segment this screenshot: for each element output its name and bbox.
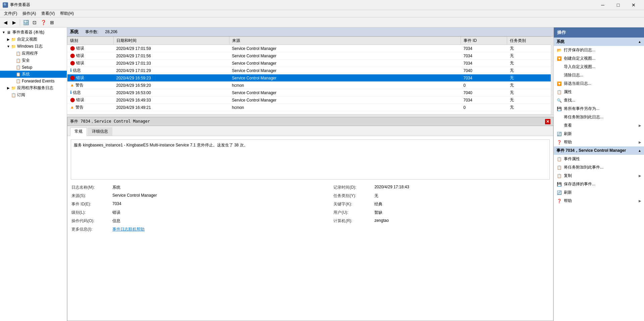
event-detail-close[interactable]: ✕: [545, 119, 550, 124]
table-row[interactable]: ℹ 信息 2020/4/29 17:01:29 Service Control …: [67, 67, 553, 74]
table-row[interactable]: ⬤ 错误 2020/4/29 16:59:23 Service Control …: [67, 74, 553, 82]
toggle-app-service[interactable]: ▶: [6, 86, 11, 90]
action-label-help-event: 帮助: [564, 198, 572, 204]
meta-value-opcode: 信息: [112, 217, 333, 225]
cell-datetime: 2020/4/29 17:01:56: [114, 52, 229, 60]
action-filter-log[interactable]: 🔽 筛选当前日志...: [554, 79, 644, 88]
actions-section-event[interactable]: 事件 7034，Service Control Manager ▲: [554, 146, 644, 155]
action-refresh-system[interactable]: 🔄 刷新: [554, 130, 644, 138]
toolbar-forward[interactable]: ▶: [10, 18, 18, 26]
action-find[interactable]: 🔍 查找...: [554, 96, 644, 105]
toolbar-btn2[interactable]: ⊡: [31, 18, 39, 26]
meta-value-keyword: 经典: [374, 200, 549, 208]
menu-action[interactable]: 操作(A): [20, 10, 39, 17]
sidebar-item-custom[interactable]: ▶ 📁 自定义视图: [0, 36, 67, 43]
sidebar-item-forwarded[interactable]: 📋 Forwarded Events: [0, 78, 67, 84]
action-label-save-all: 将所有事件另存为...: [564, 106, 599, 112]
sidebar-item-local[interactable]: ▼ 🖥 事件查看器 (本地): [0, 29, 67, 36]
maximize-button[interactable]: □: [610, 0, 626, 10]
icon-find: 🔍: [556, 98, 562, 103]
toggle-local[interactable]: ▼: [1, 30, 6, 35]
meta-label-user: 用户(U):: [333, 209, 374, 216]
col-header-task[interactable]: 任务类别: [507, 37, 553, 45]
table-row[interactable]: ⬤ 错误 2020/4/29 17:01:56 Service Control …: [67, 52, 553, 60]
icon-view: [556, 123, 562, 128]
close-button[interactable]: ✕: [626, 0, 641, 10]
col-header-eventid[interactable]: 事件 ID: [461, 37, 507, 45]
menu-help[interactable]: 帮助(H): [57, 10, 76, 17]
event-meta-table: 日志名称(M): 系统 记录时间(D): 2020/4/29 17:18:43 …: [71, 183, 550, 234]
sidebar-item-app-log[interactable]: 📋 应用程序: [0, 50, 67, 57]
action-properties[interactable]: 📋 属性: [554, 88, 644, 96]
h-scrollbar[interactable]: [67, 114, 553, 117]
toggle-custom[interactable]: ▶: [6, 37, 11, 42]
table-row[interactable]: ℹ 信息 2020/4/29 16:53:00 Service Control …: [67, 89, 553, 97]
sidebar-item-app-service[interactable]: ▶ 📁 应用程序和服务日志: [0, 84, 67, 91]
content-area: ▼ 🖥 事件查看器 (本地) ▶ 📁 自定义视图 ▼ 📁 Windows 日志 …: [0, 27, 644, 321]
table-row[interactable]: ▲ 警告 2020/4/29 16:49:21 hcmon 0 无: [67, 104, 553, 111]
table-row[interactable]: ⬤ 错误 2020/4/29 16:49:33 Service Control …: [67, 97, 553, 104]
arrow-help-event: ▶: [639, 199, 641, 203]
action-help-event[interactable]: ❓ 帮助 ▶: [554, 197, 644, 205]
action-save-all[interactable]: 💾 将所有事件另存为...: [554, 105, 644, 113]
more-info-link[interactable]: 事件日志联机帮助: [112, 227, 145, 232]
tab-general[interactable]: 常规: [70, 127, 87, 136]
menu-view[interactable]: 查看(V): [39, 10, 57, 17]
col-header-datetime[interactable]: 日期和时间: [114, 37, 229, 45]
action-create-custom-view[interactable]: 🔽 创建自定义视图...: [554, 54, 644, 63]
table-row[interactable]: ⬤ 错误 2020/4/29 17:01:33 Service Control …: [67, 60, 553, 67]
cell-eventid: 0: [461, 104, 507, 111]
table-row[interactable]: ▲ 警告 2020/4/29 16:59:20 hcmon 0 无: [67, 82, 553, 89]
toggle-system: [11, 72, 15, 77]
action-help-system[interactable]: ❓ 帮助 ▶: [554, 138, 644, 146]
action-open-saved-log[interactable]: 📂 打开保存的日志...: [554, 46, 644, 54]
action-import-custom-view[interactable]: 导入自定义视图...: [554, 63, 644, 71]
cell-eventid: 7034: [461, 74, 507, 82]
cell-source: Service Control Manager: [229, 60, 461, 67]
action-label-refresh-system: 刷新: [564, 131, 572, 137]
menu-file[interactable]: 文件(F): [1, 10, 20, 17]
tab-detail[interactable]: 详细信息: [88, 127, 112, 136]
sidebar-item-setup[interactable]: 📋 Setup: [0, 64, 67, 71]
cell-source: hcmon: [229, 82, 461, 89]
action-attach-task-event[interactable]: 📋 将任务附加到此事件...: [554, 163, 644, 172]
title-bar: 🔍 事件查看器 ─ □ ✕: [0, 0, 644, 10]
action-refresh-event[interactable]: 🔄 刷新: [554, 188, 644, 197]
action-copy[interactable]: 📋 复制 ▶: [554, 172, 644, 180]
sidebar-item-subscriptions[interactable]: 📋 订阅: [0, 91, 67, 99]
toolbar-btn3[interactable]: ❓: [39, 18, 47, 26]
icon-system: 📋: [15, 72, 21, 77]
meta-value-source: Service Control Manager: [112, 192, 333, 200]
icon-app-service: 📁: [11, 85, 16, 91]
v-scrollbar[interactable]: [551, 37, 553, 114]
toolbar: ◀ ▶ 🔙 ⊡ ❓ ⊞: [0, 17, 644, 27]
icon-help-event: ❓: [556, 198, 562, 204]
actions-section-system[interactable]: 系统 ▲: [554, 38, 644, 46]
col-header-level[interactable]: 级别: [67, 37, 114, 45]
sidebar-item-system[interactable]: 📋 系统: [0, 71, 67, 78]
col-header-source[interactable]: 来源: [229, 37, 461, 45]
sidebar-item-security[interactable]: 📋 安全: [0, 57, 67, 64]
warning-icon: ▲: [70, 105, 74, 110]
action-clear-log[interactable]: 清除日志...: [554, 71, 644, 79]
action-attach-task-log[interactable]: 将任务附加到此日志...: [554, 113, 644, 121]
cell-source: hcmon: [229, 104, 461, 111]
action-event-props[interactable]: 📋 事件属性: [554, 155, 644, 163]
label-system: 系统: [22, 71, 30, 77]
toolbar-btn1[interactable]: 🔙: [22, 18, 30, 26]
table-row[interactable]: ⬤ 错误 2020/4/29 17:01:59 Service Control …: [67, 45, 553, 52]
actions-section-system-label: 系统: [556, 39, 565, 45]
error-icon: ⬤: [70, 53, 75, 58]
cell-task: 无: [507, 60, 553, 67]
action-view[interactable]: 查看 ▶: [554, 121, 644, 130]
label-forwarded: Forwarded Events: [22, 79, 54, 83]
action-save-selected[interactable]: 💾 保存选择的事件...: [554, 180, 644, 188]
label-app-service: 应用程序和服务日志: [17, 85, 53, 91]
minimize-button[interactable]: ─: [595, 0, 610, 10]
event-table-scroll[interactable]: 级别 日期和时间 来源 事件 ID 任务类别 ⬤ 错误 2020/4/29 1: [67, 37, 553, 114]
sidebar-item-windows-log[interactable]: ▼ 📁 Windows 日志: [0, 43, 67, 50]
toolbar-btn4[interactable]: ⊞: [48, 18, 56, 26]
action-label-attach-task-event: 将任务附加到此事件...: [564, 165, 603, 170]
toolbar-back[interactable]: ◀: [1, 18, 9, 26]
toggle-windows-log[interactable]: ▼: [6, 44, 11, 49]
